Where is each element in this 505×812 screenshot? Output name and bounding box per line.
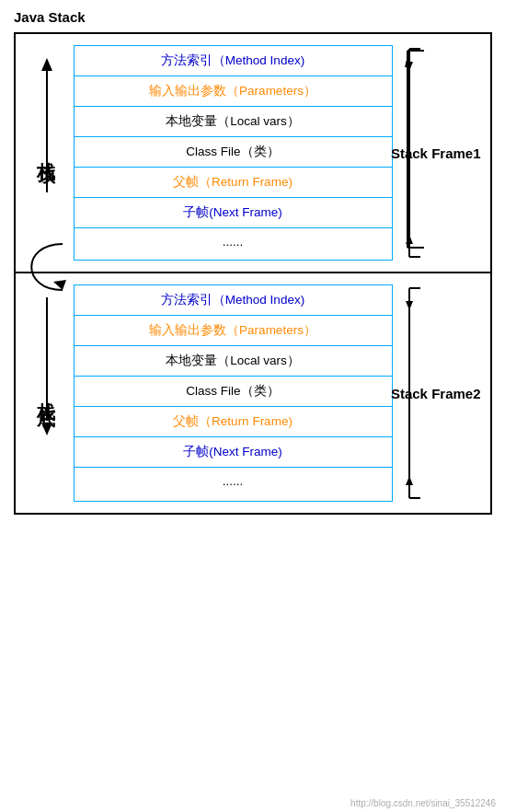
frame-row: 方法索引（Method Index) (75, 285, 392, 316)
down-arrow-icon (34, 294, 60, 441)
frame-row: Class File（类） (75, 377, 392, 407)
frame-row: 输入输出参数（Parameters） (75, 316, 392, 346)
frame-table-1: 方法索引（Method Index) 输入输出参数（Parameters） 本地… (74, 45, 393, 261)
frame-row: ...... (75, 468, 392, 494)
left-label-2: 栈底 (25, 284, 69, 502)
frame-row: 子帧(Next Frame) (75, 437, 392, 468)
page-title: Java Stack (14, 9, 496, 25)
left-label-1: 栈顶 (25, 45, 69, 261)
frame-row: 本地变量（Local vars） (75, 107, 392, 137)
frame-row: 方法索引（Method Index) (75, 46, 392, 76)
up-arrow-icon (34, 54, 60, 202)
frame-row: Class File（类） (75, 137, 392, 168)
svg-marker-14 (41, 423, 52, 435)
bracket-line-svg (400, 284, 428, 502)
right-label-2: Stack Frame2 (398, 284, 481, 502)
outer-box: 栈顶 方法索引（Method Index) 输入输出参数（Parameters）… (14, 32, 492, 515)
frame-row: ...... (75, 228, 392, 255)
frame-row: 父帧（Return Frame) (75, 168, 392, 198)
section-2: 栈底 方法索引（Method Index) 输入输出参数（Parameters）… (16, 273, 490, 513)
frame-row: 本地变量（Local vars） (75, 346, 392, 377)
bracket-line-svg (400, 45, 428, 261)
section1-label: 栈顶 (34, 147, 59, 158)
main-container: Java Stack 栈顶 方法索引（Method Index) 输入输出参数（… (0, 0, 505, 812)
section-1: 栈顶 方法索引（Method Index) 输入输出参数（Parameters）… (16, 34, 490, 273)
frame-row: 父帧（Return Frame) (75, 407, 392, 437)
frame-row: 子帧(Next Frame) (75, 198, 392, 228)
svg-marker-22 (53, 280, 66, 290)
svg-marker-1 (41, 58, 52, 71)
right-label-1: Stack Frame1 (398, 45, 481, 261)
section2-label: 栈底 (34, 388, 59, 399)
frame-table-2: 方法索引（Method Index) 输入输出参数（Parameters） 本地… (74, 284, 393, 502)
curved-arrow-icon (17, 239, 81, 295)
watermark: http://blog.csdn.net/sinai_35512246 (350, 798, 496, 808)
frame-row: 输入输出参数（Parameters） (75, 76, 392, 107)
